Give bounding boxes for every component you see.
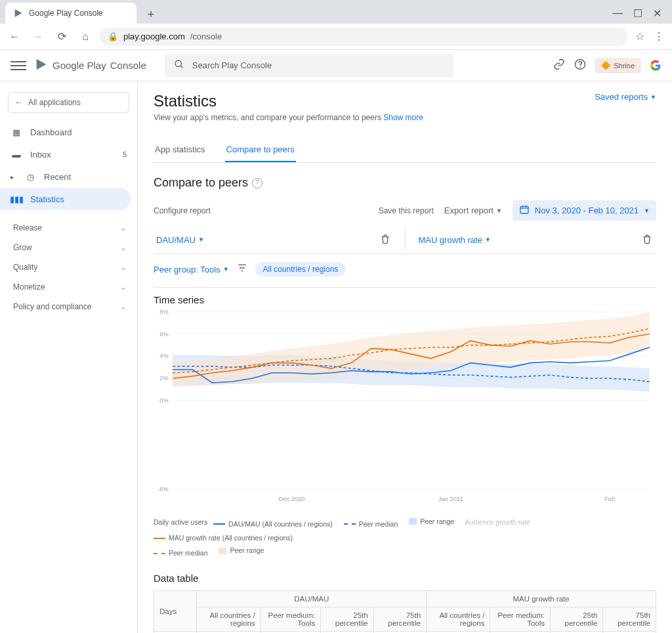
url-path: /console xyxy=(190,32,222,41)
sidebar-item-dashboard[interactable]: ▦ Dashboard xyxy=(0,121,137,143)
chevron-down-icon: ⌄ xyxy=(120,223,127,232)
close-icon[interactable]: ✕ xyxy=(653,7,662,20)
sidebar-item-recent[interactable]: ▸ ◷ Recent xyxy=(0,165,137,188)
section-title: Compare to peers ? xyxy=(154,176,656,190)
tab-app-statistics[interactable]: App statistics xyxy=(154,138,207,162)
play-favicon xyxy=(13,8,24,18)
metric1-selector[interactable]: DAU/MAU▼ xyxy=(156,235,204,245)
menu-icon[interactable] xyxy=(10,58,26,74)
calendar-icon xyxy=(519,204,530,217)
delete-metric1-icon[interactable] xyxy=(380,234,392,246)
back-to-apps-button[interactable]: ← All applications xyxy=(8,92,129,113)
play-logo-icon xyxy=(34,57,49,74)
show-more-link[interactable]: Show more xyxy=(383,113,423,122)
caret-right-icon: ▸ xyxy=(10,173,14,181)
svg-text:2%: 2% xyxy=(159,375,168,382)
svg-text:Dec 2020: Dec 2020 xyxy=(279,496,305,502)
svg-rect-6 xyxy=(520,206,528,213)
tabs: App statistics Compare to peers xyxy=(154,138,656,163)
back-icon[interactable]: ← xyxy=(8,30,21,43)
svg-text:4%: 4% xyxy=(159,353,168,360)
page-title: Statistics xyxy=(154,92,423,110)
url-domain: play.google.com xyxy=(123,32,185,41)
google-account-icon[interactable] xyxy=(650,60,662,72)
browser-tab[interactable]: Google Play Console xyxy=(5,3,136,24)
data-table: Days DAU/MAU MAU growth rate All countri… xyxy=(154,590,656,633)
browser-toolbar: ← → ⟳ ⌂ 🔒 play.google.com /console ☆ ⋮ xyxy=(0,24,672,50)
peer-group-selector[interactable]: Peer group: Tools▼ xyxy=(154,265,229,274)
tab-title: Google Play Console xyxy=(29,9,103,18)
svg-point-5 xyxy=(580,67,581,68)
forward-icon[interactable]: → xyxy=(32,30,45,43)
help-icon[interactable] xyxy=(574,58,586,73)
chevron-down-icon: ⌄ xyxy=(120,243,127,252)
sidebar-group-policy[interactable]: Policy and compliance ⌄ xyxy=(0,297,137,316)
shrine-icon xyxy=(601,61,610,70)
clock-icon: ◷ xyxy=(24,171,36,183)
maximize-icon[interactable]: ☐ xyxy=(633,7,642,20)
main-content: Statistics View your app's metrics, and … xyxy=(138,50,672,633)
bar-chart-icon: ▮▮▮ xyxy=(10,193,22,205)
chevron-down-icon: ⌄ xyxy=(120,282,127,292)
sidebar-group-quality[interactable]: Quality ⌄ xyxy=(0,257,137,277)
browser-tabstrip: Google Play Console + — ☐ ✕ xyxy=(0,0,672,24)
svg-marker-1 xyxy=(37,58,47,70)
search-placeholder: Search Play Console xyxy=(192,60,272,70)
svg-point-2 xyxy=(175,60,181,66)
svg-text:0%: 0% xyxy=(159,397,168,404)
sidebar-item-statistics[interactable]: ▮▮▮ Statistics xyxy=(0,188,131,210)
data-table-title: Data table xyxy=(154,573,656,584)
new-tab-button[interactable]: + xyxy=(142,5,160,24)
svg-text:6%: 6% xyxy=(159,331,168,338)
configure-report-label: Configure report xyxy=(154,206,211,215)
lock-icon: 🔒 xyxy=(108,32,118,41)
reload-icon[interactable]: ⟳ xyxy=(55,30,68,43)
more-icon[interactable]: ⋮ xyxy=(654,30,664,43)
sidebar-group-monetize[interactable]: Monetize ⌄ xyxy=(0,277,137,297)
svg-marker-0 xyxy=(15,9,22,17)
filter-icon[interactable] xyxy=(237,263,247,276)
search-input[interactable]: Search Play Console xyxy=(165,54,453,77)
page-subtitle: View your app's metrics, and compare you… xyxy=(154,113,423,122)
delete-metric2-icon[interactable] xyxy=(642,234,654,246)
arrow-left-icon: ← xyxy=(15,98,23,107)
svg-line-3 xyxy=(180,66,182,68)
link-icon[interactable] xyxy=(553,58,565,73)
chart-legend: Daily active users DAU/MAU (All countrie… xyxy=(154,515,656,559)
tab-compare-to-peers[interactable]: Compare to peers xyxy=(225,138,296,162)
inbox-badge: 5 xyxy=(123,150,127,158)
address-bar[interactable]: 🔒 play.google.com /console xyxy=(100,28,627,46)
info-icon[interactable]: ? xyxy=(252,178,262,188)
home-icon[interactable]: ⌂ xyxy=(79,30,92,43)
dashboard-icon: ▦ xyxy=(10,126,22,138)
svg-text:Jan 2021: Jan 2021 xyxy=(438,496,463,502)
date-range-picker[interactable]: Nov 3, 2020 - Feb 10, 2021 ▼ xyxy=(513,200,656,221)
search-icon xyxy=(174,59,184,72)
export-report-button[interactable]: Export report▼ xyxy=(444,206,502,215)
sidebar-item-inbox[interactable]: ▬ Inbox 5 xyxy=(0,143,137,165)
inbox-icon: ▬ xyxy=(10,148,22,160)
saved-reports-button[interactable]: Saved reports▼ xyxy=(595,92,656,102)
metric2-selector[interactable]: MAU growth rate▼ xyxy=(419,235,491,245)
app-selector[interactable]: Shrine xyxy=(595,58,640,73)
minimize-icon[interactable]: — xyxy=(612,7,623,20)
time-series-chart: -8%0%2%4%6%8%Dec 2020Jan 2021Feb xyxy=(154,305,656,509)
sidebar-group-grow[interactable]: Grow ⌄ xyxy=(0,238,137,257)
sidebar-group-release[interactable]: Release ⌄ xyxy=(0,218,137,238)
svg-text:Feb: Feb xyxy=(604,496,615,502)
star-icon[interactable]: ☆ xyxy=(635,30,644,43)
svg-text:-8%: -8% xyxy=(158,486,169,492)
filter-chip-countries[interactable]: All countries / regions xyxy=(255,262,346,276)
chevron-down-icon: ⌄ xyxy=(120,302,127,311)
time-series-title: Time series xyxy=(154,294,656,305)
app-header: Google PlayConsole Search Play Console S… xyxy=(0,50,672,81)
app-logo: Google PlayConsole xyxy=(52,60,146,71)
chevron-down-icon: ⌄ xyxy=(120,263,127,272)
svg-text:8%: 8% xyxy=(159,309,168,315)
save-report-button[interactable]: Save this report xyxy=(379,206,434,215)
window-controls: — ☐ ✕ xyxy=(607,7,667,24)
sidebar: ← All applications ▦ Dashboard ▬ Inbox 5… xyxy=(0,50,138,633)
